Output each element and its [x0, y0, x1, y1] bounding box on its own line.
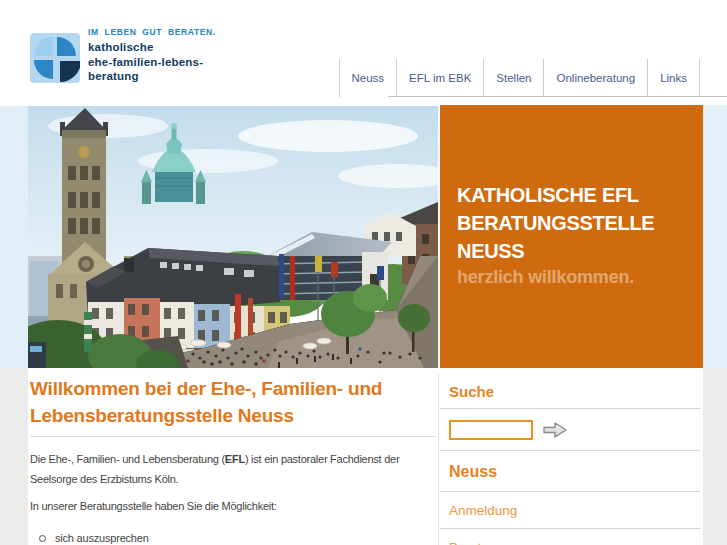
banner-title-line-1: KATHOLISCHE EFL: [457, 181, 687, 209]
logo-tagline: IM LEBEN GUT BERATEN.: [88, 27, 216, 37]
intro-paragraph: Die Ehe-, Familien- und Lebensberatung (…: [30, 449, 442, 489]
neuss-marketplace-photo: [28, 106, 438, 368]
efl-logo-icon: [30, 33, 80, 83]
banner-title-line-3: NEUSS: [457, 237, 687, 265]
banner-title-line-2: BERATUNGSSTELLE: [457, 209, 687, 237]
right-margin-band: [703, 105, 727, 368]
nav-item-links[interactable]: Links: [647, 59, 699, 97]
left-margin-band: [0, 106, 28, 368]
search-form: [440, 409, 700, 451]
page: IM LEBEN GUT BERATEN. katholische ehe-fa…: [0, 0, 727, 545]
logo[interactable]: IM LEBEN GUT BERATEN. katholische ehe-fa…: [30, 27, 330, 89]
logo-text: IM LEBEN GUT BERATEN. katholische ehe-fa…: [88, 27, 216, 84]
possibilities-paragraph: In unserer Beratungsstelle haben Sie die…: [30, 496, 442, 516]
main-content: Willkommen bei der Ehe-, Familien- und L…: [30, 368, 438, 545]
header: IM LEBEN GUT BERATEN. katholische ehe-fa…: [0, 0, 727, 106]
nav-item-neuss[interactable]: Neuss: [339, 59, 397, 97]
search-submit-arrow-icon: [542, 420, 568, 440]
possibilities-list: sich auszusprechen Probleme in oder mit …: [30, 529, 438, 545]
logo-org-line-3: beratung: [88, 69, 216, 84]
logo-org-line-1: katholische: [88, 40, 216, 55]
nav-divider-line: [388, 96, 727, 97]
sidebar-link-beratung[interactable]: Beratung: [440, 529, 700, 545]
content-panel: Willkommen bei der Ehe-, Familien- und L…: [28, 368, 703, 545]
banner-subtitle: herzlich willkommen.: [457, 267, 687, 288]
search-section-title: Suche: [440, 368, 700, 409]
nav-item-efl-im-ebk[interactable]: EFL im EBK: [396, 59, 483, 97]
heading-rule: [30, 436, 436, 437]
photo-illustration: [28, 106, 438, 368]
list-item: sich auszusprechen: [30, 529, 438, 545]
page-title: Willkommen bei der Ehe-, Familien- und L…: [30, 375, 420, 429]
main-nav: Neuss EFL im EBK Stellen Onlineberatung …: [339, 59, 701, 97]
logo-org-line-2: ehe-familien-lebens-: [88, 55, 216, 70]
sidebar-link-anmeldung[interactable]: Anmeldung: [440, 492, 700, 528]
search-input[interactable]: [449, 420, 533, 440]
nav-item-stellen[interactable]: Stellen: [483, 59, 543, 97]
nav-item-onlineberatung[interactable]: Onlineberatung: [543, 59, 647, 97]
welcome-banner: KATHOLISCHE EFL BERATUNGSSTELLE NEUSS he…: [440, 105, 703, 368]
sidebar-section-title-neuss: Neuss: [440, 451, 700, 492]
search-submit-button[interactable]: [542, 420, 568, 440]
sidebar: Suche Neuss Anmeldung Beratung: [440, 368, 703, 545]
